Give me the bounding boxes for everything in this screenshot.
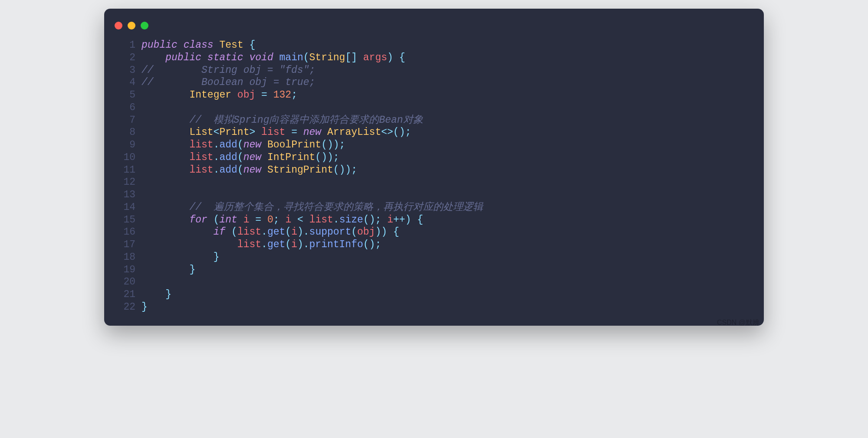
minimize-icon[interactable] — [128, 22, 135, 29]
code-line: 20 — [104, 276, 764, 288]
line-content: // 遍历整个集合，寻找符合要求的策略，再执行对应的处理逻辑 — [141, 201, 764, 214]
line-content: public class Test { — [141, 39, 764, 52]
code-line: 16 if (list.get(i).support(obj)) { — [104, 226, 764, 239]
code-line: 13 — [104, 189, 764, 201]
code-window: 1public class Test {2 public static void… — [104, 9, 764, 326]
line-number: 14 — [104, 201, 141, 214]
code-line: 12 — [104, 176, 764, 189]
line-number: 10 — [104, 151, 141, 164]
line-content — [141, 176, 764, 189]
line-number: 8 — [104, 126, 141, 139]
line-number: 21 — [104, 288, 141, 301]
code-line: 17 list.get(i).printInfo(); — [104, 239, 764, 251]
line-content: list.add(new IntPrint()); — [141, 151, 764, 164]
code-block: 1public class Test {2 public static void… — [104, 39, 764, 314]
code-line: 7 // 模拟Spring向容器中添加符合要求的Bean对象 — [104, 114, 764, 127]
code-line: 1public class Test { — [104, 39, 764, 52]
code-line: 19 } — [104, 264, 764, 276]
watermark-text: CSDN @默辨 — [717, 318, 760, 327]
line-content — [141, 276, 764, 288]
line-number: 1 — [104, 39, 141, 52]
code-line: 15 for (int i = 0; i < list.size(); i++)… — [104, 214, 764, 226]
code-line: 10 list.add(new IntPrint()); — [104, 151, 764, 164]
line-content: List<Print> list = new ArrayList<>(); — [141, 126, 764, 139]
line-number: 5 — [104, 89, 141, 101]
line-number: 16 — [104, 226, 141, 239]
line-content: list.add(new StringPrint()); — [141, 164, 764, 177]
line-number: 11 — [104, 164, 141, 177]
code-line: 14 // 遍历整个集合，寻找符合要求的策略，再执行对应的处理逻辑 — [104, 201, 764, 214]
line-number: 20 — [104, 276, 141, 288]
line-content: for (int i = 0; i < list.size(); i++) { — [141, 214, 764, 226]
line-number: 18 — [104, 251, 141, 264]
line-number: 13 — [104, 189, 141, 201]
code-line: 4// Boolean obj = true; — [104, 76, 764, 89]
code-line: 11 list.add(new StringPrint()); — [104, 164, 764, 177]
line-content: if (list.get(i).support(obj)) { — [141, 226, 764, 239]
window-titlebar — [104, 19, 764, 39]
code-line: 22} — [104, 301, 764, 314]
line-number: 9 — [104, 139, 141, 151]
code-line: 5 Integer obj = 132; — [104, 89, 764, 101]
line-content: public static void main(String[] args) { — [141, 52, 764, 64]
line-number: 19 — [104, 264, 141, 276]
line-content: } — [141, 288, 764, 301]
line-number: 3 — [104, 64, 141, 77]
line-content: // Boolean obj = true; — [141, 76, 764, 89]
line-number: 2 — [104, 52, 141, 64]
code-line: 2 public static void main(String[] args)… — [104, 52, 764, 64]
line-content: // String obj = "fds"; — [141, 64, 764, 77]
line-content: } — [141, 251, 764, 264]
code-line: 8 List<Print> list = new ArrayList<>(); — [104, 126, 764, 139]
line-number: 22 — [104, 301, 141, 314]
line-number: 4 — [104, 76, 141, 89]
code-line: 3// String obj = "fds"; — [104, 64, 764, 77]
line-content: } — [141, 301, 764, 314]
line-number: 6 — [104, 101, 141, 114]
line-content: Integer obj = 132; — [141, 89, 764, 101]
maximize-icon[interactable] — [141, 22, 148, 29]
line-content: list.get(i).printInfo(); — [141, 239, 764, 251]
line-content: // 模拟Spring向容器中添加符合要求的Bean对象 — [141, 114, 764, 127]
line-number: 12 — [104, 176, 141, 189]
code-line: 18 } — [104, 251, 764, 264]
code-line: 21 } — [104, 288, 764, 301]
code-line: 6 — [104, 101, 764, 114]
line-number: 15 — [104, 214, 141, 226]
close-icon[interactable] — [115, 22, 122, 29]
line-number: 7 — [104, 114, 141, 127]
line-number: 17 — [104, 239, 141, 251]
line-content — [141, 101, 764, 114]
line-content: } — [141, 264, 764, 276]
line-content: list.add(new BoolPrint()); — [141, 139, 764, 151]
line-content — [141, 189, 764, 201]
code-line: 9 list.add(new BoolPrint()); — [104, 139, 764, 151]
